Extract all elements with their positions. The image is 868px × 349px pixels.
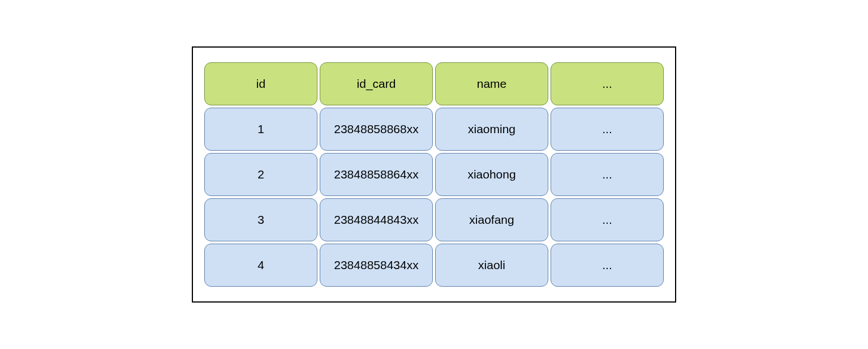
cell-id-card: 23848844843xx <box>320 198 433 241</box>
cell-name: xiaoming <box>435 108 548 151</box>
column-header-more: ... <box>551 62 664 105</box>
schema-table: id id_card name ... 1 23848858868xx xiao… <box>204 62 664 287</box>
cell-name: xiaofang <box>435 198 548 241</box>
column-header-id: id <box>204 62 317 105</box>
column-header-id-card: id_card <box>320 62 433 105</box>
table-row: 3 23848844843xx xiaofang ... <box>204 198 664 241</box>
table-row: 2 23848858864xx xiaohong ... <box>204 153 664 196</box>
cell-more: ... <box>551 198 664 241</box>
cell-id-card: 23848858868xx <box>320 108 433 151</box>
cell-name: xiaohong <box>435 153 548 196</box>
cell-id-card: 23848858864xx <box>320 153 433 196</box>
cell-more: ... <box>551 153 664 196</box>
cell-more: ... <box>551 244 664 287</box>
cell-id: 4 <box>204 244 317 287</box>
cell-id-card: 23848858434xx <box>320 244 433 287</box>
cell-name: xiaoli <box>435 244 548 287</box>
cell-more: ... <box>551 108 664 151</box>
table-container: id id_card name ... 1 23848858868xx xiao… <box>192 46 676 303</box>
cell-id: 2 <box>204 153 317 196</box>
table-row: 1 23848858868xx xiaoming ... <box>204 108 664 151</box>
table-row: 4 23848858434xx xiaoli ... <box>204 244 664 287</box>
cell-id: 3 <box>204 198 317 241</box>
table-header-row: id id_card name ... <box>204 62 664 105</box>
column-header-name: name <box>435 62 548 105</box>
cell-id: 1 <box>204 108 317 151</box>
